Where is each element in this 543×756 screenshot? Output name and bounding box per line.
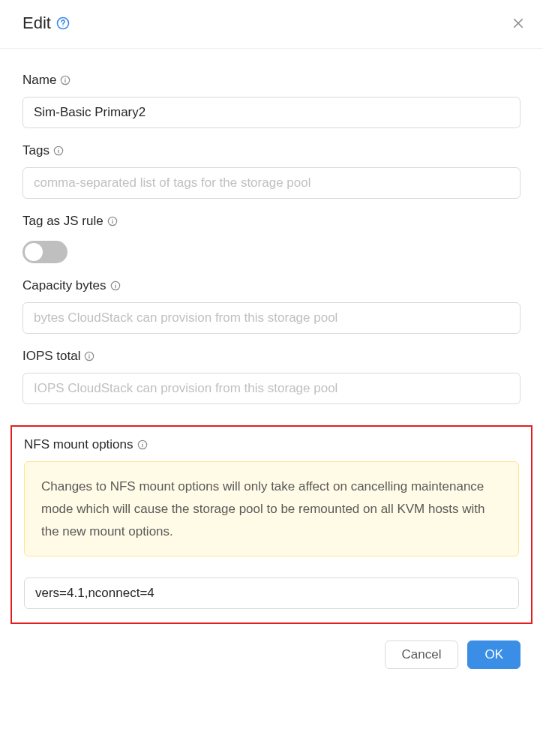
modal-body: Name Tags Tag as JS rule Capacity bytes: [0, 49, 543, 632]
modal-title: Edit: [22, 14, 51, 33]
iops-total-label: IOPS total: [22, 349, 520, 364]
info-icon[interactable]: [136, 439, 148, 451]
tags-label-text: Tags: [22, 143, 50, 158]
iops-total-label-text: IOPS total: [22, 349, 80, 364]
svg-point-21: [142, 442, 142, 443]
tag-js-rule-toggle[interactable]: [22, 241, 68, 263]
toggle-knob: [25, 243, 43, 261]
info-icon[interactable]: [52, 145, 64, 157]
svg-point-6: [65, 78, 66, 79]
tag-js-rule-label: Tag as JS rule: [22, 214, 520, 229]
name-input[interactable]: [22, 97, 520, 128]
svg-point-18: [89, 354, 90, 355]
capacity-bytes-label: Capacity bytes: [22, 278, 520, 293]
svg-point-9: [58, 148, 58, 149]
nfs-highlight-box: NFS mount options Changes to NFS mount o…: [10, 425, 532, 624]
nfs-warning-alert: Changes to NFS mount options will only t…: [24, 461, 519, 556]
nfs-mount-label-text: NFS mount options: [24, 437, 134, 452]
edit-modal: Edit Name Tags: [0, 0, 543, 687]
name-label: Name: [22, 73, 520, 88]
svg-point-1: [62, 26, 63, 26]
cancel-button[interactable]: Cancel: [385, 640, 459, 669]
capacity-bytes-label-text: Capacity bytes: [22, 278, 106, 293]
nfs-mount-label: NFS mount options: [24, 437, 519, 452]
svg-point-15: [115, 284, 116, 284]
close-icon[interactable]: [512, 16, 525, 30]
modal-footer: Cancel OK: [0, 632, 543, 687]
capacity-bytes-input[interactable]: [22, 302, 520, 334]
nfs-warning-text: Changes to NFS mount options will only t…: [41, 479, 485, 538]
tag-js-rule-label-text: Tag as JS rule: [22, 214, 104, 229]
info-icon[interactable]: [106, 215, 118, 227]
help-icon[interactable]: [56, 16, 70, 31]
modal-header: Edit: [0, 0, 543, 49]
name-label-text: Name: [22, 73, 56, 88]
nfs-mount-input[interactable]: [24, 578, 519, 609]
iops-total-input[interactable]: [22, 373, 520, 404]
info-icon[interactable]: [110, 280, 122, 292]
info-icon[interactable]: [59, 74, 71, 86]
tags-label: Tags: [22, 143, 520, 158]
svg-point-12: [112, 219, 112, 220]
modal-title-wrap: Edit: [22, 14, 70, 33]
ok-button[interactable]: OK: [467, 640, 520, 669]
info-icon[interactable]: [83, 350, 95, 362]
tags-input[interactable]: [22, 167, 520, 199]
